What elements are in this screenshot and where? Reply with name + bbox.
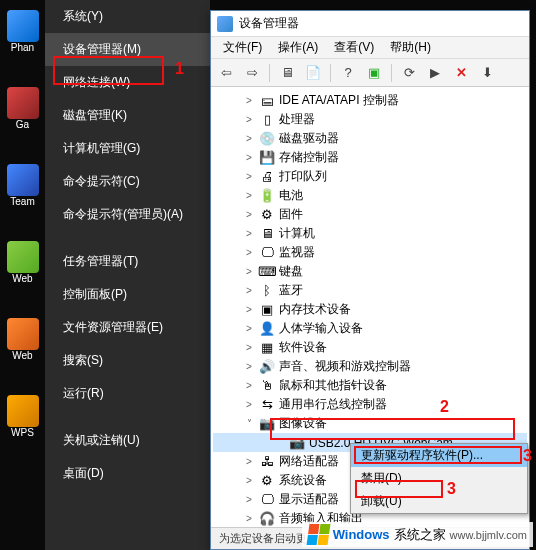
expand-toggle-icon[interactable]: > <box>243 152 255 163</box>
expand-toggle-icon[interactable]: > <box>243 95 255 106</box>
expand-toggle-icon[interactable]: > <box>243 171 255 182</box>
tree-node[interactable]: > 🖥计算机 <box>213 224 527 243</box>
tree-node[interactable]: > ▦软件设备 <box>213 338 527 357</box>
menu-desktop[interactable]: 桌面(D) <box>45 457 210 490</box>
tree-node-label: 图像设备 <box>279 415 327 432</box>
menu-cmd[interactable]: 命令提示符(C) <box>45 165 210 198</box>
tree-node[interactable]: > ▯处理器 <box>213 110 527 129</box>
expand-toggle-icon[interactable]: > <box>243 228 255 239</box>
titlebar[interactable]: 设备管理器 <box>211 11 529 37</box>
tree-node[interactable]: > ᛒ蓝牙 <box>213 281 527 300</box>
tree-node[interactable]: > 🔊声音、视频和游戏控制器 <box>213 357 527 376</box>
expand-toggle-icon[interactable]: > <box>243 399 255 410</box>
desktop-icon[interactable]: WPS <box>3 395 43 450</box>
expand-toggle-icon[interactable]: > <box>243 494 255 505</box>
tree-node[interactable]: > 🖵监视器 <box>213 243 527 262</box>
desktop-icon[interactable]: Phan <box>3 10 43 65</box>
menu-system[interactable]: 系统(Y) <box>45 0 210 33</box>
menu-view[interactable]: 查看(V) <box>326 37 382 58</box>
expand-toggle-icon[interactable]: > <box>243 285 255 296</box>
forward-icon[interactable]: ⇨ <box>241 62 263 84</box>
uninstall-icon[interactable]: ✕ <box>450 62 472 84</box>
expand-toggle-icon[interactable]: > <box>243 361 255 372</box>
menu-file-explorer[interactable]: 文件资源管理器(E) <box>45 311 210 344</box>
device-context-menu: 更新驱动程序软件(P)... 禁用(D) 卸载(U) <box>350 443 528 514</box>
menu-task-manager[interactable]: 任务管理器(T) <box>45 245 210 278</box>
desktop-icon-label: WPS <box>11 427 34 438</box>
tree-node[interactable]: > 💾存储控制器 <box>213 148 527 167</box>
show-hidden-icon[interactable]: 🖥 <box>276 62 298 84</box>
tree-node-label: 蓝牙 <box>279 282 303 299</box>
ctx-disable[interactable]: 禁用(D) <box>351 467 527 490</box>
tree-node-label: 监视器 <box>279 244 315 261</box>
annotation-label-1: 1 <box>175 60 184 78</box>
expand-toggle-icon[interactable]: > <box>243 266 255 277</box>
tree-node[interactable]: > 👤人体学输入设备 <box>213 319 527 338</box>
device-category-icon: ⚙ <box>259 207 275 223</box>
help-icon[interactable]: ? <box>337 62 359 84</box>
menu-disk-management[interactable]: 磁盘管理(K) <box>45 99 210 132</box>
ctx-uninstall[interactable]: 卸载(U) <box>351 490 527 513</box>
expand-toggle-icon[interactable]: > <box>243 304 255 315</box>
tree-node-label: 内存技术设备 <box>279 301 351 318</box>
menu-help[interactable]: 帮助(H) <box>382 37 439 58</box>
tree-node[interactable]: > ⚙固件 <box>213 205 527 224</box>
windows-logo-icon <box>306 524 330 545</box>
device-category-icon: ▣ <box>259 302 275 318</box>
expand-toggle-icon[interactable]: > <box>243 342 255 353</box>
menu-action[interactable]: 操作(A) <box>270 37 326 58</box>
expand-toggle-icon[interactable]: > <box>243 247 255 258</box>
tree-node[interactable]: > ⇆通用串行总线控制器 <box>213 395 527 414</box>
expand-toggle-icon[interactable]: > <box>243 114 255 125</box>
expand-toggle-icon[interactable]: > <box>243 380 255 391</box>
tree-node[interactable]: > 🖱鼠标和其他指针设备 <box>213 376 527 395</box>
desktop-icon[interactable]: Web <box>3 241 43 296</box>
back-icon[interactable]: ⇦ <box>215 62 237 84</box>
toolbar-separator <box>391 64 392 82</box>
tree-node[interactable]: > ▣内存技术设备 <box>213 300 527 319</box>
enable-icon[interactable]: ▶ <box>424 62 446 84</box>
desktop-icon[interactable]: Ga <box>3 87 43 142</box>
desktop-icon[interactable]: Team <box>3 164 43 219</box>
menu-cmd-admin[interactable]: 命令提示符(管理员)(A) <box>45 198 210 231</box>
desktop-icon-label: Team <box>10 196 34 207</box>
expand-toggle-icon[interactable]: > <box>243 456 255 467</box>
watermark-brand: Windows <box>333 527 390 542</box>
update-driver-icon[interactable]: ⟳ <box>398 62 420 84</box>
expand-toggle-icon[interactable]: ˅ <box>243 418 255 429</box>
menu-network-connections[interactable]: 网络连接(W) <box>45 66 210 99</box>
menu-search[interactable]: 搜索(S) <box>45 344 210 377</box>
ctx-update-driver[interactable]: 更新驱动程序软件(P)... <box>351 444 527 467</box>
expand-toggle-icon[interactable]: > <box>243 323 255 334</box>
expand-toggle-icon[interactable]: > <box>243 133 255 144</box>
tree-node-label: 键盘 <box>279 263 303 280</box>
app-icon <box>217 16 233 32</box>
disable-icon[interactable]: ⬇ <box>476 62 498 84</box>
menu-shutdown-signout[interactable]: 关机或注销(U) <box>45 424 210 457</box>
tree-node[interactable]: > 💿磁盘驱动器 <box>213 129 527 148</box>
expand-toggle-icon[interactable]: > <box>243 190 255 201</box>
menu-device-manager[interactable]: 设备管理器(M) <box>45 33 210 66</box>
expand-toggle-icon[interactable]: > <box>243 209 255 220</box>
tree-node-label: 软件设备 <box>279 339 327 356</box>
tree-node[interactable]: > 🖨打印队列 <box>213 167 527 186</box>
expand-toggle-icon[interactable]: > <box>243 513 255 524</box>
menu-run[interactable]: 运行(R) <box>45 377 210 410</box>
menu-computer-management[interactable]: 计算机管理(G) <box>45 132 210 165</box>
tree-node[interactable]: > 🖴IDE ATA/ATAPI 控制器 <box>213 91 527 110</box>
tree-node[interactable]: > ⌨键盘 <box>213 262 527 281</box>
toolbar: ⇦ ⇨ 🖥 📄 ? ▣ ⟳ ▶ ✕ ⬇ <box>211 59 529 87</box>
menu-control-panel[interactable]: 控制面板(P) <box>45 278 210 311</box>
device-category-icon: ▦ <box>259 340 275 356</box>
device-category-icon: 🎧 <box>259 511 275 527</box>
device-category-icon: 🔊 <box>259 359 275 375</box>
expand-toggle-icon[interactable]: > <box>243 475 255 486</box>
tree-node[interactable]: ˅ 📷图像设备 <box>213 414 527 433</box>
menu-file[interactable]: 文件(F) <box>215 37 270 58</box>
tree-node-label: 处理器 <box>279 111 315 128</box>
desktop-icon[interactable]: Web <box>3 318 43 373</box>
tree-node[interactable]: > 🔋电池 <box>213 186 527 205</box>
properties-icon[interactable]: 📄 <box>302 62 324 84</box>
desktop-icon-label: Web <box>12 273 32 284</box>
scan-hardware-icon[interactable]: ▣ <box>363 62 385 84</box>
